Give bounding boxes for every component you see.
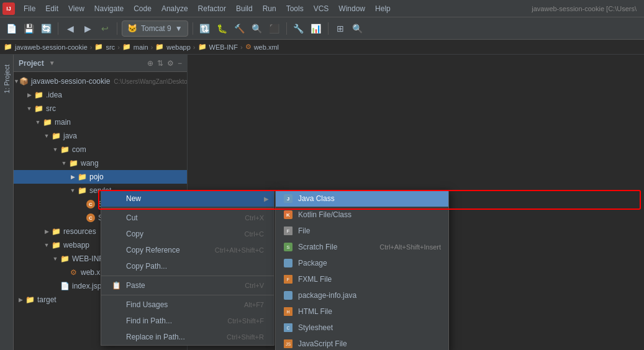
project-header: Project ▼ ⊕ ⇅ ⚙ − — [14, 55, 187, 72]
submenu-file[interactable]: F File — [276, 223, 448, 239]
fxml-icon: F — [283, 274, 293, 284]
ctx-copy-shortcut: Ctrl+C — [245, 230, 264, 238]
wrench-btn[interactable]: 🔧 — [291, 21, 306, 36]
revert-btn[interactable]: ↩ — [98, 21, 112, 36]
tree-path: C:\Users\WangZan\Desktop\Final\javaweb-s… — [114, 78, 187, 85]
folder-icon-servlet: 📁 — [77, 186, 87, 195]
tree-wang[interactable]: ▼ 📁 wang — [14, 156, 187, 170]
locate-icon[interactable]: ⊕ — [147, 59, 153, 68]
ctx-sep-1 — [101, 208, 274, 209]
submenu-js[interactable]: JS JavaScript File — [276, 336, 448, 350]
menu-file[interactable]: File — [19, 0, 40, 17]
java-icon-s2: C — [86, 213, 96, 223]
menu-build[interactable]: Build — [231, 0, 258, 17]
submenu-package-label: Package — [298, 259, 327, 267]
settings-icon[interactable]: ⚙ — [167, 59, 174, 68]
project-side-tab[interactable]: 1: Project — [2, 60, 12, 98]
context-menu: New ▶ Cut Ctrl+X Copy Ctrl+C Copy Refere… — [101, 190, 274, 346]
ctx-replace-in-path-shortcut: Ctrl+Shift+R — [227, 333, 264, 341]
menu-navigate[interactable]: Navigate — [89, 0, 129, 17]
menu-refactor[interactable]: Refactor — [193, 0, 231, 17]
stop-btn[interactable]: ⬛ — [267, 21, 282, 36]
back-btn[interactable]: ◀ — [63, 21, 78, 36]
forward-btn[interactable]: ▶ — [80, 21, 95, 36]
refresh-btn[interactable]: 🔃 — [197, 21, 212, 36]
new-file-btn[interactable]: 📄 — [4, 21, 19, 36]
ctx-cut[interactable]: Cut Ctrl+X — [101, 210, 274, 226]
breadcrumb-webxml[interactable]: ⚙ web.xml — [245, 43, 279, 51]
submenu-package[interactable]: Package — [276, 255, 448, 271]
ctx-new[interactable]: New ▶ — [101, 191, 274, 207]
tree-label: javaweb-session-cookie — [31, 77, 110, 86]
ctx-replace-in-path-label: Replace in Path... — [126, 333, 185, 341]
css-icon: C — [283, 323, 293, 333]
ctx-replace-in-path[interactable]: Replace in Path... Ctrl+Shift+R — [101, 329, 274, 345]
ctx-copy-ref-shortcut: Ctrl+Alt+Shift+C — [215, 246, 264, 254]
tree-com[interactable]: ▼ 📁 com — [14, 143, 187, 156]
menu-tools[interactable]: Tools — [281, 0, 309, 17]
tree-pojo[interactable]: ▶ 📁 pojo — [14, 170, 187, 184]
tree-src[interactable]: ▼ 📁 src — [14, 102, 187, 115]
breadcrumb-src[interactable]: 📁 src — [94, 43, 115, 51]
submenu-package-info[interactable]: package-info.java — [276, 287, 448, 303]
file-icon: F — [283, 226, 293, 236]
menu-vcs[interactable]: VCS — [309, 0, 334, 17]
run-config-dropdown-icon: ▼ — [175, 24, 183, 33]
submenu-css[interactable]: C Stylesheet — [276, 320, 448, 336]
submenu-kotlin[interactable]: K Kotlin File/Class — [276, 207, 448, 223]
search-btn[interactable]: 🔍 — [350, 21, 365, 36]
submenu-scratch[interactable]: S Scratch File Ctrl+Alt+Shift+Insert — [276, 239, 448, 255]
menu-help[interactable]: Help — [370, 0, 396, 17]
ctx-sep-2 — [101, 276, 274, 276]
menu-analyze[interactable]: Analyze — [156, 0, 193, 17]
ctx-find-usages[interactable]: Find Usages Alt+F7 — [101, 297, 274, 313]
submenu-java-class[interactable]: J Java Class — [276, 191, 448, 207]
menu-view[interactable]: View — [63, 0, 89, 17]
submenu-fxml[interactable]: F FXML File — [276, 271, 448, 287]
project-dropdown-icon[interactable]: ▼ — [49, 60, 55, 66]
menu-window[interactable]: Window — [333, 0, 370, 17]
tree-idea[interactable]: ▶ 📁 .idea — [14, 88, 187, 102]
breadcrumb-root[interactable]: 📁 javaweb-session-cookie — [4, 43, 88, 51]
ctx-copy[interactable]: Copy Ctrl+C — [101, 226, 274, 242]
ctx-paste[interactable]: 📋 Paste Ctrl+V — [101, 277, 274, 294]
menu-code[interactable]: Code — [129, 0, 156, 17]
toolbar-sep-1 — [58, 22, 58, 35]
folder-icon-wang: 📁 — [68, 158, 78, 168]
save-btn[interactable]: 💾 — [21, 21, 36, 36]
sync-btn[interactable]: 🔄 — [39, 21, 53, 36]
submenu-scratch-label: Scratch File — [298, 243, 337, 251]
tree-arrow-target: ▶ — [16, 297, 25, 303]
run-config-icon: 🐱 — [127, 24, 137, 33]
folder-icon-main: 📁 — [42, 117, 52, 127]
scratch-icon: S — [283, 242, 293, 252]
run-config-label: Tomcat 9 — [141, 24, 171, 33]
layout-btn[interactable]: ⊞ — [333, 21, 348, 36]
submenu-html[interactable]: H HTML File — [276, 303, 448, 320]
debug-btn[interactable]: 🐛 — [215, 21, 230, 36]
breadcrumb-main[interactable]: 📁 main — [122, 43, 148, 51]
ctx-copy-ref[interactable]: Copy Reference Ctrl+Alt+Shift+C — [101, 242, 274, 258]
ctx-find-in-path[interactable]: Find in Path... Ctrl+Shift+F — [101, 313, 274, 329]
collapse-icon[interactable]: ⇅ — [157, 59, 163, 68]
run-config-selector[interactable]: 🐱 Tomcat 9 ▼ — [122, 20, 188, 37]
search-btn2[interactable]: 🔍 — [250, 21, 265, 36]
menu-run[interactable]: Run — [258, 0, 281, 17]
jsp-icon: 📄 — [60, 281, 70, 291]
tree-arrow-main: ▼ — [34, 119, 42, 125]
breadcrumb-webinf[interactable]: 📁 WEB-INF — [198, 43, 238, 51]
folder-icon: 📁 — [34, 90, 43, 100]
tree-java[interactable]: ▼ 📁 java — [14, 129, 187, 143]
build-btn[interactable]: 🔨 — [232, 21, 247, 36]
ctx-paste-shortcut: Ctrl+V — [245, 282, 264, 289]
tree-main[interactable]: ▼ 📁 main — [14, 115, 187, 129]
profile-btn[interactable]: 📊 — [309, 21, 324, 36]
minimize-icon[interactable]: − — [178, 59, 182, 68]
breadcrumb-webapp[interactable]: 📁 webapp — [155, 43, 191, 51]
menu-edit[interactable]: Edit — [40, 0, 63, 17]
ctx-copy-ref-label: Copy Reference — [126, 246, 180, 254]
tree-label-java: java — [63, 132, 77, 140]
package-info-icon — [283, 290, 293, 300]
ctx-copy-path[interactable]: Copy Path... — [101, 258, 274, 274]
tree-root[interactable]: ▼ 📦 javaweb-session-cookie C:\Users\Wang… — [14, 74, 187, 88]
